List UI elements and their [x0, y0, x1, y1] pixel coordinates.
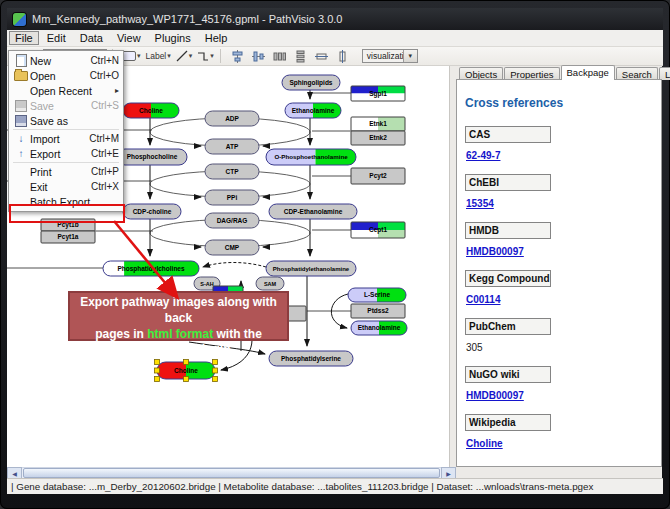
- section-header: ChEBI: [465, 174, 551, 191]
- file-menu-item-save-as[interactable]: Save as: [9, 113, 123, 128]
- node-label-cept1: Cept1: [369, 226, 387, 234]
- node-label-etnk1: Etnk1: [369, 120, 387, 127]
- node-label-pcyt2: Pcyt2: [369, 172, 387, 180]
- file-menu-item-new[interactable]: NewCtrl+N: [9, 53, 123, 68]
- file-menu-item-open[interactable]: OpenCtrl+O: [9, 68, 123, 83]
- menu-data[interactable]: Data: [74, 31, 109, 45]
- cross-reference-link[interactable]: Choline: [466, 438, 503, 449]
- chevron-down-icon[interactable]: ▾: [167, 52, 171, 60]
- menu-item-label: Save as: [30, 115, 119, 127]
- submenu-arrow-icon: ▸: [115, 86, 119, 95]
- section-header: Wikipedia: [465, 414, 551, 431]
- common-height-button[interactable]: [334, 47, 352, 65]
- node-label-dag: DAG/RAG: [217, 217, 248, 224]
- section-header: Kegg Compound: [465, 270, 551, 287]
- line-tool-button[interactable]: ▾: [175, 47, 194, 65]
- menu-item-shortcut: Ctrl+X: [91, 181, 119, 192]
- backpage-section-hmdb: HMDBHMDB00097: [465, 222, 653, 270]
- new-document-icon: [16, 54, 27, 67]
- cross-reference-link[interactable]: C00114: [466, 294, 500, 305]
- selection-handle[interactable]: [155, 368, 160, 373]
- backpage-heading: Cross references: [465, 96, 653, 110]
- file-menu-item-import[interactable]: ↓ImportCtrl+M: [9, 131, 123, 146]
- menu-item-label: Open: [30, 70, 90, 82]
- datanode-tool-button[interactable]: ▾: [121, 47, 142, 65]
- panel-splitter[interactable]: [449, 66, 456, 467]
- node-label-pcyt1a: Pcyt1a: [58, 233, 79, 241]
- common-width-button[interactable]: [313, 47, 331, 65]
- save-icon: [15, 100, 27, 112]
- menu-view[interactable]: View: [111, 31, 147, 45]
- file-menu-item-batch-export[interactable]: Batch Export: [9, 194, 123, 209]
- menu-item-shortcut: Ctrl+E: [91, 148, 119, 159]
- distribute-vertical-button[interactable]: [292, 47, 310, 65]
- scrollbar-thumb[interactable]: [23, 468, 440, 478]
- tab-backpage[interactable]: Backpage: [561, 65, 615, 80]
- chevron-down-icon[interactable]: ▾: [210, 52, 214, 60]
- distribute-horizontal-icon: [273, 50, 286, 63]
- chevron-down-icon[interactable]: ▾: [137, 52, 141, 60]
- backpage-section-kegg-compound: Kegg CompoundC00114: [465, 270, 653, 318]
- menu-edit[interactable]: Edit: [41, 31, 72, 45]
- menu-bar: FileEditDataViewPluginsHelp: [7, 30, 663, 47]
- cross-reference-link[interactable]: HMDB00097: [466, 246, 524, 257]
- connector-tool-button[interactable]: ▾: [196, 47, 215, 65]
- menu-item-shortcut: Ctrl+M: [89, 133, 119, 144]
- section-header: NuGO wiki: [465, 366, 551, 383]
- annotation-line2: pages in html format with the: [70, 327, 287, 343]
- node-label-etnk2: Etnk2: [369, 134, 387, 141]
- horizontal-scrollbar[interactable]: ◀ ▶: [7, 467, 456, 478]
- selection-handle[interactable]: [213, 377, 218, 382]
- selection-handle[interactable]: [155, 360, 160, 365]
- app-icon: [13, 13, 26, 26]
- node-label-s-ah: S-AH: [200, 281, 213, 287]
- annotation-line1: Export pathway images along with back: [70, 295, 287, 327]
- distribute-vertical-icon: [294, 50, 307, 63]
- chevron-down-icon[interactable]: ▾: [189, 52, 193, 60]
- menu-plugins[interactable]: Plugins: [149, 31, 197, 45]
- cross-reference-link[interactable]: 15354: [466, 198, 494, 209]
- file-menu-item-export[interactable]: ↑ExportCtrl+E: [9, 146, 123, 161]
- selection-handle[interactable]: [213, 360, 218, 365]
- save-as-icon: [15, 115, 27, 127]
- menu-item-shortcut: Ctrl+P: [91, 166, 119, 177]
- node-label-atp: ATP: [226, 143, 239, 150]
- distribute-horizontal-button[interactable]: [271, 47, 289, 65]
- selection-handle[interactable]: [213, 368, 218, 373]
- align-center-button[interactable]: [229, 47, 247, 65]
- align-middle-button[interactable]: [250, 47, 268, 65]
- selection-handle[interactable]: [155, 377, 160, 382]
- cross-reference-link[interactable]: 62-49-7: [466, 150, 500, 161]
- file-menu-item-print[interactable]: PrintCtrl+P: [9, 164, 123, 179]
- node-label-phosphatidylcholines: Phosphatidylcholines: [117, 265, 185, 273]
- annotation-highlight: html format: [147, 327, 213, 341]
- label-tool-text: Label: [145, 51, 166, 61]
- node-label-l-serine: L-Serine: [364, 291, 390, 298]
- cross-reference-link[interactable]: HMDB00097: [466, 390, 524, 401]
- toolbar-separator: [220, 49, 221, 63]
- align-middle-icon: [252, 50, 265, 63]
- visualization-dropdown-icon[interactable]: ▾: [403, 50, 417, 62]
- side-panel: ObjectsPropertiesBackpageSearchLegend Cr…: [456, 66, 662, 467]
- node-label-cmp: CMP: [225, 244, 240, 251]
- backpage-section-cas: CAS62-49-7: [465, 126, 653, 174]
- cross-reference-value: 305: [466, 342, 483, 353]
- node-label-sgpl1: Sgpl1: [369, 90, 387, 98]
- menu-item-label: Save: [30, 100, 91, 112]
- visualization-combobox[interactable]: visualization ▾: [362, 49, 418, 63]
- file-menu-item-exit[interactable]: ExitCtrl+X: [9, 179, 123, 194]
- node-label-phosphatidylethanolamine: Phosphatidylethanolamine: [273, 266, 350, 272]
- title-bar[interactable]: Mm_Kennedy_pathway_WP1771_45176.gpml - P…: [7, 8, 663, 30]
- file-menu-item-open-recent[interactable]: Open Recent▸: [9, 83, 123, 98]
- selection-handle[interactable]: [184, 377, 189, 382]
- menu-help[interactable]: Help: [199, 31, 234, 45]
- menu-item-label: Batch Export: [30, 196, 119, 208]
- label-tool-button[interactable]: Label▾: [144, 47, 171, 65]
- menu-item-shortcut: Ctrl+O: [90, 70, 119, 81]
- menu-item-label: Open Recent: [30, 85, 115, 97]
- selection-handle[interactable]: [184, 360, 189, 365]
- backpage-panel[interactable]: Cross references CAS62-49-7ChEBI15354HMD…: [456, 79, 662, 467]
- file-menu-item-save[interactable]: SaveCtrl+S: [9, 98, 123, 113]
- menu-file[interactable]: File: [9, 31, 39, 45]
- panel-bottom-strip: [456, 467, 662, 478]
